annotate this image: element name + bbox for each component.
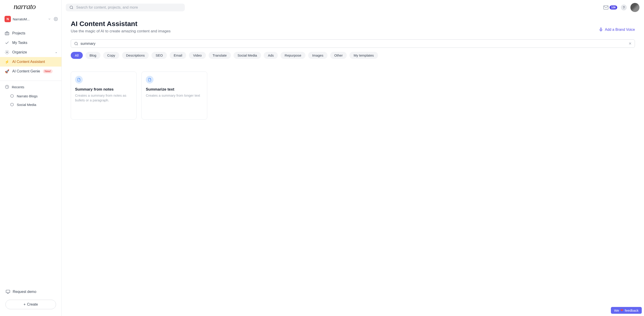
chip-my-templates[interactable]: My templates [350,52,378,59]
gear-icon[interactable] [54,17,58,21]
chip-translate[interactable]: Translate [208,52,231,59]
clock-icon [4,84,10,89]
cube-icon [10,94,14,98]
microphone-icon [599,28,603,32]
plus-icon: + [24,303,26,307]
recent-item-label: Social Media [17,103,36,107]
cube-icon [10,102,14,107]
document-icon [146,76,154,84]
svg-rect-1 [5,32,9,35]
briefcase-icon [4,31,10,36]
create-button[interactable]: + Create [6,300,56,309]
avatar[interactable] [630,3,640,12]
sidebar-item-ai-content-assistant[interactable]: ⚡ AI Content Assistant [0,57,62,67]
feedback-button[interactable]: We ❤ feedback [611,307,642,314]
chip-copy[interactable]: Copy [103,52,119,59]
brand-voice-label: Add a Brand Voice [605,28,635,32]
document-icon [75,76,83,84]
chip-seo[interactable]: SEO [152,52,167,59]
svg-point-0 [55,18,56,20]
global-search-input[interactable] [76,5,181,9]
notifications[interactable]: 106 [603,5,617,10]
feedback-prefix: We [614,309,619,312]
request-demo-link[interactable]: Request demo [6,287,56,297]
chip-descriptions[interactable]: Descriptions [122,52,149,59]
template-cards: Summary from notes Creates a summary fro… [71,72,635,120]
gear-icon [4,50,10,55]
recents-header: Recents [0,82,62,92]
svg-point-2 [6,52,8,53]
svg-point-10 [74,42,77,45]
chip-social-media[interactable]: Social Media [234,52,261,59]
sidebar: narrato N NarratoM... Projects [0,0,62,316]
divider [0,81,62,81]
sidebar-nav: Projects My Tasks Organize ▸ ⚡ AI Conten… [0,24,62,76]
chip-repurpose[interactable]: Repurpose [280,52,305,59]
svg-rect-4 [6,290,10,293]
template-search[interactable]: ✕ [71,39,635,48]
recent-item-narrato-blogs[interactable]: Narrato Blogs [0,92,62,100]
sidebar-item-label: AI Content Genie [12,69,40,73]
chip-all[interactable]: All [71,52,83,59]
recents-label: Recents [12,85,24,89]
chip-video[interactable]: Video [189,52,206,59]
sidebar-item-ai-content-genie[interactable]: 🚀 AI Content Genie New! [0,67,62,76]
lightning-icon: ⚡ [4,59,10,64]
chip-email[interactable]: Email [170,52,186,59]
help-button[interactable]: ? [621,4,627,10]
card-description: Creates a summary from notes as bullets … [75,93,132,103]
main-content: 106 ? AI Content Assistant Use the magic… [62,0,644,316]
mail-icon [603,5,609,10]
new-badge: New! [43,69,52,73]
chevron-right-icon: ▸ [56,51,57,54]
recent-item-social-media[interactable]: Social Media [0,100,62,109]
chip-images[interactable]: Images [308,52,328,59]
logo-text: narrato [14,2,36,11]
sidebar-item-projects[interactable]: Projects [0,28,62,38]
heart-icon: ❤ [620,308,623,312]
logo[interactable]: narrato [0,0,62,13]
request-demo-label: Request demo [13,290,36,294]
card-title: Summarize text [146,87,203,92]
sidebar-item-label: Projects [12,31,26,35]
global-search[interactable] [66,4,185,11]
category-chips: AllBlogCopyDescriptionsSEOEmailVideoTran… [71,52,635,59]
workspace-initial: N [4,16,11,22]
chip-ads[interactable]: Ads [264,52,278,59]
notification-count: 106 [610,5,617,9]
card-title: Summary from notes [75,87,132,92]
workspace-selector[interactable]: N NarratoM... [0,13,62,24]
workspace-name: NarratoM... [13,17,46,21]
svg-line-11 [77,44,78,45]
add-brand-voice-link[interactable]: Add a Brand Voice [599,28,635,32]
sidebar-item-label: My Tasks [12,41,27,45]
page-subtitle: Use the magic of AI to create amazing co… [71,29,170,33]
feedback-suffix: feedback [625,309,638,312]
monitor-icon [6,289,10,294]
sidebar-item-organize[interactable]: Organize ▸ [0,47,62,57]
template-card[interactable]: Summary from notes Creates a summary fro… [71,72,136,120]
sidebar-item-label: AI Content Assistant [12,60,45,64]
template-search-input[interactable] [80,42,626,46]
search-icon [70,5,74,9]
topbar: 106 ? [62,0,644,15]
rocket-icon: 🚀 [4,69,10,74]
svg-line-8 [72,8,73,9]
create-label: Create [27,303,38,307]
check-icon [4,40,10,45]
svg-point-7 [70,6,72,8]
recent-item-label: Narrato Blogs [17,94,38,98]
chip-other[interactable]: Other [330,52,347,59]
page-title: AI Content Assistant [71,20,170,28]
template-card[interactable]: Summarize text Creates a summary from lo… [142,72,207,120]
chip-blog[interactable]: Blog [86,52,100,59]
sidebar-item-label: Organize [12,50,27,54]
search-icon [74,42,78,46]
sidebar-item-my-tasks[interactable]: My Tasks [0,38,62,47]
clear-search-icon[interactable]: ✕ [628,41,632,46]
card-description: Creates a summary from longer text [146,93,203,98]
chevron-down-icon[interactable] [48,17,51,21]
